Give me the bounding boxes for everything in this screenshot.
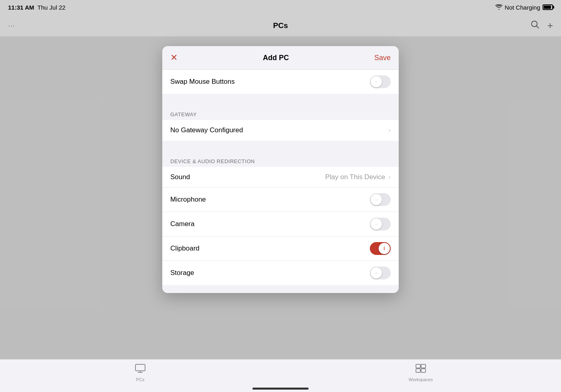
storage-row: Storage ○: [162, 261, 399, 285]
gateway-row[interactable]: No Gateway Configured ›: [162, 120, 399, 141]
battery-fill: [544, 6, 551, 9]
svg-rect-8: [421, 369, 426, 372]
toggle-knob-mic: ○: [371, 194, 382, 205]
modal-bottom-pad: [162, 285, 399, 293]
status-bar-right: Not Charging: [495, 4, 553, 11]
tab-bar: PCs Workspaces: [0, 359, 561, 392]
page-title: PCs: [273, 21, 288, 30]
toggle-knob-stor: ○: [371, 267, 382, 279]
clipboard-toggle[interactable]: I: [370, 242, 391, 255]
wifi-icon: [495, 4, 502, 10]
svg-rect-7: [416, 369, 420, 372]
svg-rect-5: [416, 364, 420, 368]
sound-row[interactable]: Sound Play on This Device ›: [162, 167, 399, 188]
swap-mouse-section: Swap Mouse Buttons ○: [162, 70, 399, 94]
gateway-chevron-icon: ›: [388, 126, 391, 134]
not-charging-text: Not Charging: [505, 4, 540, 11]
nav-right-buttons: +: [531, 20, 553, 31]
search-button[interactable]: [531, 20, 539, 31]
sound-row-right: Play on This Device ›: [325, 173, 391, 181]
swap-mouse-label: Swap Mouse Buttons: [170, 78, 235, 86]
sound-chevron-icon: ›: [388, 173, 391, 181]
svg-rect-2: [135, 364, 145, 371]
gateway-card: No Gateway Configured ›: [162, 120, 399, 141]
svg-rect-6: [421, 364, 426, 368]
microphone-label: Microphone: [170, 196, 206, 204]
clipboard-row: Clipboard I: [162, 236, 399, 261]
microphone-row: Microphone ○: [162, 188, 399, 212]
sound-value: Play on This Device: [325, 173, 385, 181]
close-button[interactable]: ✕: [170, 53, 178, 63]
section-gap-2: [162, 141, 399, 155]
status-bar: 11:31 AM Thu Jul 22 Not Charging: [0, 0, 561, 14]
save-button[interactable]: Save: [374, 54, 391, 62]
storage-toggle[interactable]: ○: [370, 267, 391, 279]
status-date: Thu Jul 22: [37, 4, 65, 11]
microphone-toggle[interactable]: ○: [370, 193, 391, 206]
device-audio-section-label: DEVICE & AUDIO REDIRECTION: [162, 155, 399, 167]
svg-line-1: [536, 26, 539, 28]
clipboard-label: Clipboard: [170, 244, 200, 253]
toggle-knob-cam: ○: [371, 218, 382, 230]
status-time: 11:31 AM: [8, 4, 34, 11]
battery-icon: [543, 4, 553, 10]
nav-bar: ··· PCs +: [0, 14, 561, 37]
camera-toggle[interactable]: ○: [370, 218, 391, 230]
camera-row: Camera ○: [162, 212, 399, 236]
toggle-knob-clip: I: [379, 243, 390, 254]
sound-label: Sound: [170, 173, 190, 181]
modal-header: ✕ Add PC Save: [162, 46, 399, 70]
status-bar-left: 11:31 AM Thu Jul 22: [8, 4, 65, 11]
pcs-tab-label: PCs: [136, 377, 145, 382]
toggle-knob: ○: [371, 76, 382, 87]
section-gap-1: [162, 94, 399, 108]
gateway-section-label: GATEWAY: [162, 108, 399, 120]
no-gateway-label: No Gateway Configured: [170, 126, 243, 134]
home-indicator: [252, 388, 309, 390]
camera-label: Camera: [170, 220, 194, 228]
swap-mouse-toggle[interactable]: ○: [370, 75, 391, 88]
workspaces-tab-icon: [415, 364, 426, 376]
gateway-row-right: ›: [388, 126, 391, 134]
pcs-tab-icon: [135, 364, 146, 376]
storage-label: Storage: [170, 269, 194, 277]
modal-title: Add PC: [263, 54, 289, 62]
swap-mouse-row: Swap Mouse Buttons ○: [162, 70, 399, 94]
tab-pcs[interactable]: PCs: [0, 364, 280, 382]
add-pc-modal: ✕ Add PC Save Swap Mouse Buttons ○ GATEW…: [162, 46, 399, 293]
workspaces-tab-label: Workspaces: [409, 377, 433, 382]
menu-button[interactable]: ···: [8, 21, 15, 30]
tab-workspaces[interactable]: Workspaces: [280, 364, 561, 382]
device-audio-card: Sound Play on This Device › Microphone ○…: [162, 167, 399, 285]
add-button[interactable]: +: [547, 20, 553, 31]
